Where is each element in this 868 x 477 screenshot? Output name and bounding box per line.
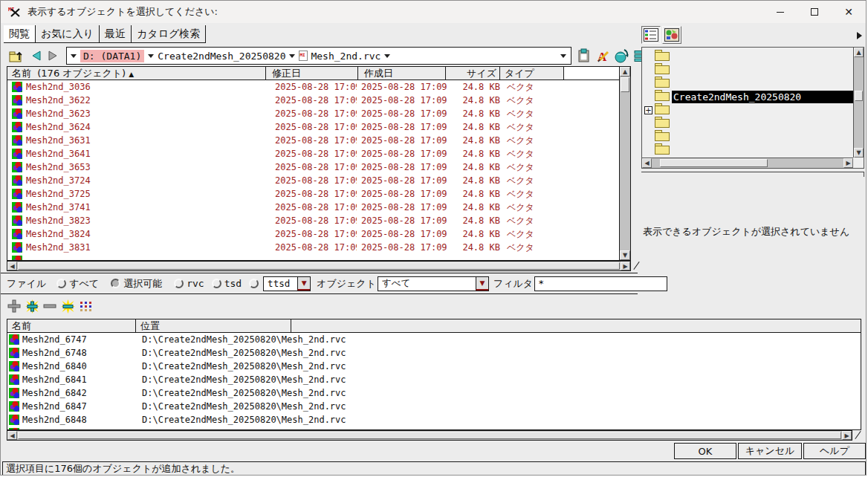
path-drive-dropdown-icon[interactable] xyxy=(148,54,154,58)
file-row[interactable]: Mesh2nd_3724 2025-08-28 17:09 2025-08-28… xyxy=(7,174,619,187)
radio-file-tsd[interactable] xyxy=(212,279,221,288)
tree-horizontal-scrollbar[interactable]: ◀ ▶ xyxy=(642,158,853,168)
scrollbar-thumb[interactable] xyxy=(18,262,620,270)
detail-view-button[interactable] xyxy=(641,26,661,44)
scrollbar-thumb[interactable] xyxy=(18,432,841,439)
file-row[interactable]: Mesh2nd_3823 2025-08-28 17:09 2025-08-28… xyxy=(7,214,619,227)
tree-folder-row[interactable]: + xyxy=(642,77,853,90)
path-folder-segment[interactable]: Create2ndMesh_20250820 xyxy=(158,51,285,62)
column-header-created[interactable]: 作成日 xyxy=(358,67,446,80)
extension-dropdown[interactable]: ttsd ▼ xyxy=(263,276,311,291)
remove-selected-button[interactable] xyxy=(42,298,57,314)
maximize-button[interactable] xyxy=(797,1,832,23)
rename-button[interactable]: A xyxy=(595,47,611,65)
scroll-left-icon[interactable]: ◀ xyxy=(7,431,17,440)
path-folder-dropdown-icon[interactable] xyxy=(289,54,295,58)
pane-resize-handle[interactable] xyxy=(855,430,862,440)
selected-object-row[interactable]: Mesh2nd_6848 D:\Create2ndMesh_20250820\M… xyxy=(7,413,861,426)
path-file-dropdown-icon[interactable] xyxy=(384,54,390,58)
panel-expand-icon[interactable] xyxy=(857,32,862,39)
selected-object-row[interactable]: Mesh2nd_6841 D:\Create2ndMesh_20250820\M… xyxy=(7,373,861,386)
add-all-button[interactable] xyxy=(25,298,39,314)
file-row[interactable]: Mesh2nd_3624 2025-08-28 17:09 2025-08-28… xyxy=(7,120,619,134)
file-row[interactable]: Mesh2nd_3725 2025-08-28 17:09 2025-08-28… xyxy=(7,187,619,201)
refresh-button[interactable] xyxy=(613,47,629,65)
tab[interactable]: カタログ検索 xyxy=(132,25,206,42)
path-drive-segment[interactable]: D: (DATA1) xyxy=(80,50,144,62)
tree-folder-row[interactable]: + Create2ndMesh_20250820 xyxy=(642,90,853,103)
scroll-right-icon[interactable]: ▶ xyxy=(842,431,852,440)
help-button[interactable]: ヘルプ xyxy=(803,443,866,459)
pane-resize-handle[interactable] xyxy=(633,261,641,270)
column-header-size[interactable]: サイズ xyxy=(446,67,500,80)
selected-object-row[interactable]: Mesh2nd_6840 D:\Create2ndMesh_20250820\M… xyxy=(7,360,861,373)
radio-file-all[interactable] xyxy=(56,279,66,288)
browser-horizontal-scrollbar[interactable]: ◀ ▶ xyxy=(7,261,631,271)
path-root-dropdown-icon[interactable] xyxy=(71,54,77,58)
selected-object-row[interactable] xyxy=(7,426,861,429)
file-row[interactable]: Mesh2nd_3631 2025-08-28 17:09 2025-08-28… xyxy=(7,134,619,147)
tree-folder-row[interactable]: + xyxy=(642,50,853,63)
browser-vertical-scrollbar[interactable]: ▲ ▼ xyxy=(619,67,630,260)
scroll-left-icon[interactable]: ◀ xyxy=(642,158,652,168)
column-header-modified[interactable]: 修正日 xyxy=(266,67,358,80)
scroll-left-icon[interactable]: ◀ xyxy=(7,262,17,270)
selection-horizontal-scrollbar[interactable]: ◀ ▶ xyxy=(7,430,852,441)
tab[interactable]: 閲覧 xyxy=(4,25,36,42)
scroll-up-icon[interactable]: ▲ xyxy=(620,67,630,77)
file-row[interactable]: Mesh2nd_3741 2025-08-28 17:09 2025-08-28… xyxy=(7,201,619,214)
back-button[interactable] xyxy=(27,47,45,65)
column-header-location[interactable]: 位置 xyxy=(136,319,291,333)
scrollbar-thumb[interactable] xyxy=(621,77,629,92)
scroll-right-icon[interactable]: ▶ xyxy=(843,158,853,168)
file-row[interactable] xyxy=(7,254,619,260)
file-row[interactable]: Mesh2nd_3831 2025-08-28 17:09 2025-08-28… xyxy=(7,241,619,254)
path-file-segment[interactable]: Mesh_2nd.rvc xyxy=(311,51,380,62)
scroll-up-icon[interactable]: ▲ xyxy=(854,48,864,57)
column-header-type[interactable]: タイプ xyxy=(500,67,564,80)
tab[interactable]: お気に入り xyxy=(36,25,100,42)
tree-folder-row[interactable]: + xyxy=(642,103,853,117)
object-type-dropdown[interactable]: すべて ▼ xyxy=(378,276,489,291)
radio-file-rvc[interactable] xyxy=(174,279,184,288)
panel-divider[interactable] xyxy=(641,172,864,172)
radio-file-ext[interactable] xyxy=(249,279,259,288)
add-selected-button[interactable] xyxy=(7,298,22,314)
remove-all-button[interactable] xyxy=(60,298,75,314)
selected-object-row[interactable]: Mesh2nd_6842 D:\Create2ndMesh_20250820\M… xyxy=(7,386,861,400)
scroll-right-icon[interactable]: ▶ xyxy=(621,262,630,270)
tree-vertical-scrollbar[interactable]: ▲ ▼ xyxy=(853,48,864,158)
tree-expander-icon[interactable]: + xyxy=(644,106,652,114)
file-row[interactable]: Mesh2nd_3623 2025-08-28 17:09 2025-08-28… xyxy=(7,107,619,120)
file-row[interactable]: Mesh2nd_3824 2025-08-28 17:09 2025-08-28… xyxy=(7,227,619,241)
file-row[interactable]: Mesh2nd_3036 2025-08-28 17:09 2025-08-28… xyxy=(7,80,619,94)
file-row[interactable]: Mesh2nd_3653 2025-08-28 17:09 2025-08-28… xyxy=(7,160,619,174)
tree-folder-row[interactable]: + xyxy=(642,63,853,77)
column-header-sel-name[interactable]: 名前 xyxy=(7,319,136,333)
organize-button[interactable] xyxy=(78,298,93,314)
scroll-down-icon[interactable]: ▼ xyxy=(854,148,864,158)
file-row[interactable]: Mesh2nd_3641 2025-08-28 17:09 2025-08-28… xyxy=(7,147,619,160)
scrollbar-thumb[interactable] xyxy=(660,159,768,167)
cancel-button[interactable]: キャンセル xyxy=(738,443,802,459)
column-header-name[interactable]: 名前 (176 オブジェクト) ▲ xyxy=(7,67,266,80)
scrollbar-thumb[interactable] xyxy=(855,91,863,101)
radio-file-selectable[interactable] xyxy=(111,279,120,288)
close-button[interactable]: ✕ xyxy=(832,1,866,23)
tree-folder-row[interactable]: + xyxy=(642,117,853,130)
tree-folder-row[interactable]: + xyxy=(642,143,853,157)
selected-object-row[interactable]: Mesh2nd_6847 D:\Create2ndMesh_20250820\M… xyxy=(7,400,861,413)
selected-object-row[interactable]: Mesh2nd_6748 D:\Create2ndMesh_20250820\M… xyxy=(7,346,861,360)
filter-input[interactable] xyxy=(534,276,667,291)
folder-up-button[interactable] xyxy=(8,47,26,65)
minimize-button[interactable] xyxy=(763,1,797,23)
path-combo-dropdown-icon[interactable] xyxy=(560,54,566,58)
tab[interactable]: 最近 xyxy=(100,25,132,42)
forward-button[interactable] xyxy=(44,47,62,65)
tree-folder-row[interactable]: + xyxy=(642,130,853,143)
ok-button[interactable]: OK xyxy=(674,443,736,459)
scroll-down-icon[interactable]: ▼ xyxy=(620,250,630,260)
clipboard-button[interactable] xyxy=(576,47,592,65)
preview-image-button[interactable] xyxy=(662,26,681,44)
selected-object-row[interactable]: Mesh2nd_6747 D:\Create2ndMesh_20250820\M… xyxy=(7,333,861,346)
